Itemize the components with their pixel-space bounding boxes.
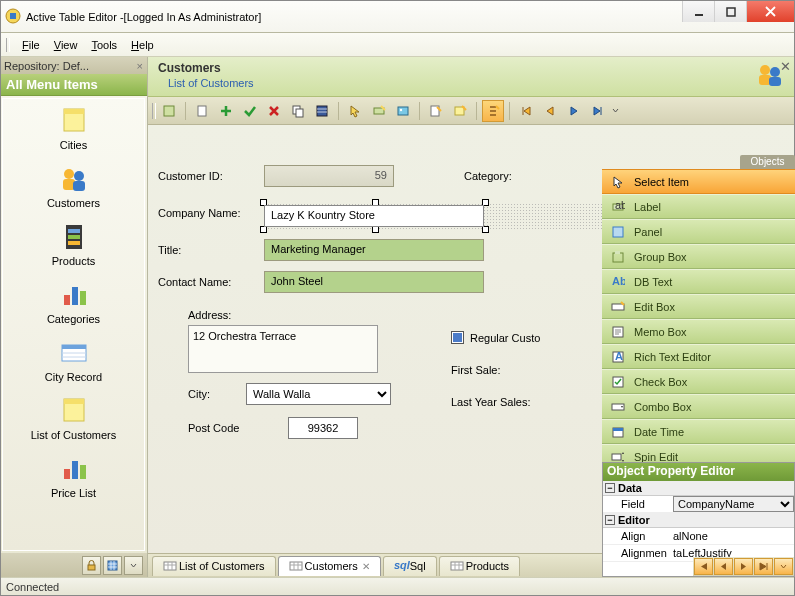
dbtext-icon: Ab [610,274,626,290]
object-item-check-box[interactable]: Check Box [602,369,795,394]
lock-icon[interactable] [82,556,101,575]
cursor-tool-icon[interactable] [344,100,366,122]
sidebar-item-categories[interactable]: Categories [3,273,144,331]
delete-icon[interactable] [263,100,285,122]
edit-note-icon[interactable] [449,100,471,122]
field-tool-icon[interactable] [368,100,390,122]
tab-list-of-customers[interactable]: List of Customers [152,556,276,576]
add-icon[interactable] [215,100,237,122]
object-item-combo-box[interactable]: Combo Box [602,394,795,419]
svg-point-37 [400,108,402,110]
menu-file[interactable]: File [16,37,46,53]
object-item-edit-box[interactable]: Edit Box [602,294,795,319]
sidebar-item-city-record[interactable]: City Record [3,331,144,389]
tab-products[interactable]: Products [439,556,520,576]
page-subtitle[interactable]: List of Customers [168,77,254,89]
sql-icon: sql [394,561,406,571]
object-item-db-text[interactable]: AbDB Text [602,269,795,294]
sidebar-item-cities[interactable]: Cities [3,99,144,157]
image-tool-icon[interactable] [392,100,414,122]
nav-prev-icon[interactable] [539,100,561,122]
svg-rect-12 [68,235,80,239]
prop-nav-next-icon[interactable] [734,558,753,575]
svg-rect-49 [615,251,620,254]
copy-icon[interactable] [287,100,309,122]
menu-tools-label: ools [97,39,117,51]
object-item-label: DB Text [634,276,672,288]
prop-nav-prev-icon[interactable] [714,558,733,575]
object-item-panel[interactable]: Panel [602,219,795,244]
title-field[interactable]: Marketing Manager [264,239,484,261]
nav-next-icon[interactable] [563,100,585,122]
toolbar-grip[interactable] [152,103,156,119]
object-item-select-item[interactable]: Select Item [602,169,795,194]
toggle-designer-icon[interactable] [482,100,504,122]
postcode-input[interactable] [288,417,358,439]
regular-customer-checkbox[interactable]: Regular Custo [451,331,540,344]
object-item-date-time[interactable]: Date Time [602,419,795,444]
address-field[interactable]: 12 Orchestra Terrace [188,325,378,373]
svg-rect-48 [613,253,623,262]
company-name-field[interactable]: Lazy K Kountry Store [264,205,484,227]
object-item-memo-box[interactable]: Memo Box [602,319,795,344]
tab-close-icon[interactable]: ✕ [362,561,370,572]
object-item-group-box[interactable]: Group Box [602,244,795,269]
property-row-field[interactable]: Field CompanyName [603,496,794,513]
sidebar-item-products[interactable]: Products [3,215,144,273]
repository-close-icon[interactable]: × [137,60,143,72]
svg-rect-13 [68,241,80,245]
city-select[interactable]: Walla Walla [246,383,391,405]
svg-rect-18 [62,345,86,349]
grid-settings-icon[interactable] [311,100,333,122]
groupbox-icon [610,249,626,265]
tab-customers[interactable]: Customers✕ [278,556,381,576]
editor-close-icon[interactable]: ✕ [778,59,793,74]
property-row-align[interactable]: Align alNone [603,528,794,545]
prop-nav-last-icon[interactable] [754,558,773,575]
repository-header[interactable]: Repository: Def... × [0,57,147,74]
new-page-icon[interactable] [191,100,213,122]
maximize-button[interactable] [714,1,746,22]
menu-view[interactable]: View [48,37,84,53]
svg-rect-39 [455,107,464,115]
edit-page-icon[interactable] [425,100,447,122]
page-header: Customers List of Customers [148,57,795,97]
objects-panel-header[interactable]: Objects [740,155,795,169]
address-label: Address: [188,309,391,321]
customer-id-field[interactable]: 59 [264,165,394,187]
object-item-rich-text-editor[interactable]: ARich Text Editor [602,344,795,369]
nav-last-icon[interactable] [587,100,609,122]
menu-help[interactable]: Help [125,37,160,53]
svg-rect-59 [612,454,621,460]
sidebar-header: All Menu Items [0,74,147,96]
sidebar-item-label: Price List [51,487,96,499]
property-section-editor[interactable]: −Editor [603,513,794,528]
toolbar-more-icon[interactable] [611,100,620,122]
sidebar-item-customers[interactable]: Customers [3,157,144,215]
select-tool-icon[interactable] [158,100,180,122]
sidebar-item-list-of-customers[interactable]: List of Customers [3,389,144,447]
sidebar-item-price-list[interactable]: Price List [3,447,144,505]
menu-tools[interactable]: Tools [85,37,123,53]
tab-sql[interactable]: sqlSql [383,556,437,576]
svg-rect-29 [769,77,781,86]
confirm-icon[interactable] [239,100,261,122]
checkbox-icon [451,331,464,344]
svg-rect-58 [613,428,623,431]
svg-rect-21 [64,469,70,479]
object-item-label: Rich Text Editor [634,351,711,363]
prop-nav-more-icon[interactable] [774,558,793,575]
nav-first-icon[interactable] [515,100,537,122]
grid-view-icon[interactable] [103,556,122,575]
object-item-label: Select Item [634,176,689,188]
menu-grip[interactable] [6,38,10,52]
prop-nav-first-icon[interactable] [694,558,713,575]
property-field-select[interactable]: CompanyName [673,496,794,512]
object-item-label[interactable]: abLabel [602,194,795,219]
property-section-data[interactable]: −Data [603,481,794,496]
expand-icon[interactable] [124,556,143,575]
sidebar-item-label: Categories [47,313,100,325]
minimize-button[interactable] [682,1,714,22]
contact-name-field[interactable]: John Steel [264,271,484,293]
close-button[interactable] [746,1,794,22]
